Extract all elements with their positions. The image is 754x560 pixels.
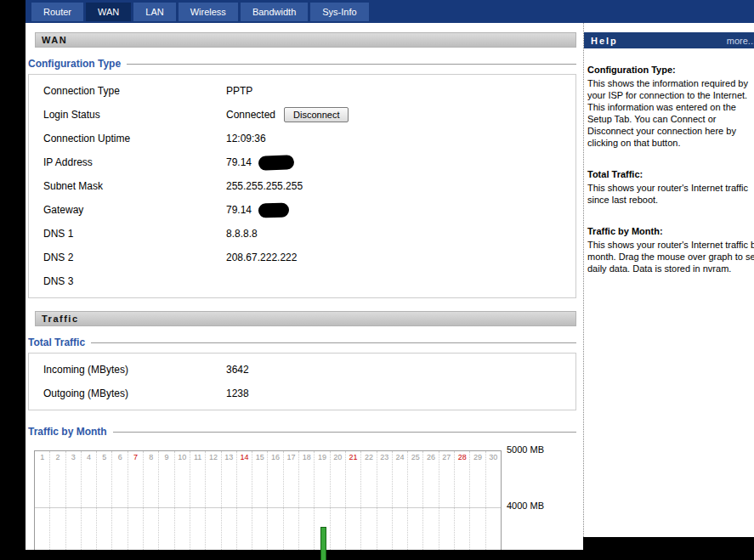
chart-day-column: 20 (331, 451, 346, 560)
chart-plot[interactable]: 1234567891011121314151617181920212223242… (34, 450, 502, 560)
field-row-outgoing: Outgoing (MBytes) 1238 (29, 382, 575, 405)
chart-day-column: 26 (423, 451, 439, 560)
chart-day-column: 6 (112, 451, 128, 560)
chart-day-column: 12 (206, 451, 221, 560)
chart-day-label: 13 (222, 451, 236, 462)
group-heading-total-traffic: Total Traffic (28, 336, 576, 348)
chart-day-label: 11 (190, 451, 205, 462)
chart-day-column: 17 (284, 451, 299, 560)
chart-day-label: 10 (175, 451, 190, 462)
chart-day-label: 26 (423, 451, 438, 462)
chart-day-label: 25 (408, 451, 422, 462)
field-label: DNS 1 (29, 228, 226, 240)
field-label: Connection Uptime (29, 133, 226, 144)
field-row-dns-3: DNS 3 (29, 269, 575, 293)
help-panel: Help more... Configuration Type: This sh… (583, 23, 754, 537)
wan-fields-box: Connection Type PPTP Login Status Connec… (28, 74, 576, 298)
redaction-blob (258, 202, 290, 218)
heading-rule (113, 432, 576, 433)
section-header-wan: WAN (35, 32, 576, 48)
chart-day-label: 8 (144, 451, 158, 462)
chart-gridline (35, 507, 501, 508)
tab-sys-info[interactable]: Sys-Info (310, 3, 368, 21)
top-nav: Router WAN LAN Wireless Bandwidth Sys-In… (26, 0, 754, 23)
ip-address-partial: 79.14 (226, 156, 252, 168)
field-row-connection-type: Connection Type PPTP (29, 79, 575, 103)
chart-day-column: 27 (439, 451, 455, 560)
chart-day-label: 20 (331, 451, 345, 462)
chart-day-column: 2 (50, 451, 65, 560)
help-topic-heading: Total Traffic: (587, 169, 754, 179)
chart-day-column: 30 (486, 451, 501, 560)
group-heading-label: Total Traffic (28, 337, 85, 348)
tab-bandwidth[interactable]: Bandwidth (241, 3, 308, 21)
chart-day-column: 13 (222, 451, 237, 560)
group-heading-configuration-type: Configuration Type (28, 57, 576, 70)
help-more-link[interactable]: more... (727, 36, 754, 46)
chart-y-tick-label: 5000 MB (507, 444, 544, 455)
help-topic-text: This shows your router's Internet traffi… (587, 239, 754, 274)
tab-router[interactable]: Router (31, 3, 83, 21)
chart-day-column: 24 (393, 451, 408, 560)
chart-day-column: 7 (128, 451, 144, 560)
chart-day-label: 5 (97, 451, 111, 462)
section-header-traffic: Traffic (35, 311, 576, 326)
router-admin-page: Router WAN LAN Wireless Bandwidth Sys-In… (0, 0, 754, 560)
field-label: Connection Type (29, 85, 226, 97)
help-topic-heading: Configuration Type: (587, 65, 754, 75)
chart-day-label: 7 (128, 451, 143, 462)
tab-wireless[interactable]: Wireless (179, 3, 238, 21)
chart-day-column: 5 (97, 451, 112, 560)
group-heading-label: Traffic by Month (28, 426, 107, 438)
chart-day-label: 19 (315, 451, 329, 462)
chart-day-label: 9 (159, 451, 173, 462)
field-row-gateway: Gateway 79.14 (29, 198, 575, 222)
field-row-ip-address: IP Address 79.14 (29, 150, 575, 174)
heading-rule (91, 342, 576, 343)
chart-day-column: 14 (237, 451, 252, 560)
field-row-dns-2: DNS 2 208.67.222.222 (29, 246, 575, 269)
bottom-black-bar (0, 550, 754, 560)
help-topic-text: This shows the information required by y… (587, 77, 754, 149)
chart-day-label: 23 (377, 451, 392, 462)
tab-lan[interactable]: LAN (133, 3, 175, 21)
field-label: Incoming (MBytes) (29, 364, 226, 376)
field-value: PPTP (226, 85, 252, 97)
chart-day-label: 6 (112, 451, 127, 462)
chart-day-label: 30 (486, 451, 501, 462)
chart-day-label: 28 (455, 451, 469, 462)
chart-day-label: 17 (284, 451, 298, 462)
chart-day-label: 12 (206, 451, 220, 462)
field-label: Gateway (29, 204, 226, 216)
chart-y-tick-label: 4000 MB (507, 501, 544, 511)
group-heading-traffic-by-month: Traffic by Month (28, 425, 576, 438)
chart-day-label: 27 (439, 451, 454, 462)
field-value: 79.14 (226, 156, 294, 170)
chart-day-column: 9 (159, 451, 174, 560)
chart-day-column: 11 (190, 451, 206, 560)
field-row-incoming: Incoming (MBytes) 3642 (29, 358, 575, 382)
field-label: Outgoing (MBytes) (29, 387, 226, 399)
chart-day-column: 3 (66, 451, 82, 560)
chart-day-column: 22 (361, 451, 377, 560)
chart-columns: 1234567891011121314151617181920212223242… (35, 451, 501, 560)
chart-day-column: 1 (35, 451, 50, 560)
tab-wan[interactable]: WAN (86, 3, 131, 21)
chart-day-label: 18 (299, 451, 314, 462)
field-value: 79.14 (226, 203, 289, 218)
chart-day-label: 22 (361, 451, 376, 462)
chart-day-label: 21 (346, 451, 360, 462)
main-content: WAN Configuration Type Connection Type P… (26, 23, 583, 560)
chart-day-column: 15 (252, 451, 268, 560)
field-row-login-status: Login Status Connected Disconnect (29, 103, 575, 127)
chart-day-label: 24 (393, 451, 407, 462)
field-value: 1238 (226, 387, 249, 399)
field-label: DNS 2 (29, 252, 226, 263)
traffic-by-month-chart: 1234567891011121314151617181920212223242… (34, 450, 576, 560)
field-label: DNS 3 (29, 275, 226, 287)
disconnect-button[interactable]: Disconnect (284, 107, 349, 122)
chart-day-label: 4 (82, 451, 96, 462)
help-topic-text: This shows your router's Internet traffi… (587, 182, 754, 206)
chart-day-label: 15 (252, 451, 267, 462)
chart-day-column: 28 (455, 451, 470, 560)
